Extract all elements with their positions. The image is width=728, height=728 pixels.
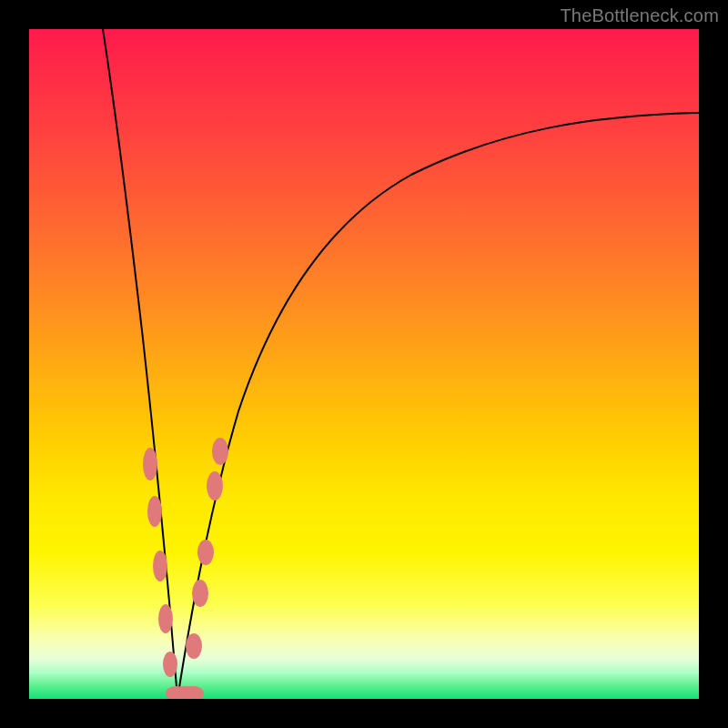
curve-layer [29,29,699,699]
marker-dot [158,604,173,633]
marker-dot [197,540,214,565]
marker-dot [147,496,162,527]
marker-dot [163,652,177,677]
marker-dot [153,551,167,581]
watermark-text: TheBottleneck.com [560,5,719,26]
marker-dot [212,438,228,465]
plot-area [29,29,699,699]
marker-dot [207,471,223,500]
marker-dot [192,580,208,607]
marker-dot [143,448,157,480]
marker-cluster [143,438,228,699]
bottleneck-curve-right [177,113,699,699]
bottleneck-curve-left [103,29,177,699]
marker-dot [186,633,202,659]
chart-frame: TheBottleneck.com [0,0,728,728]
